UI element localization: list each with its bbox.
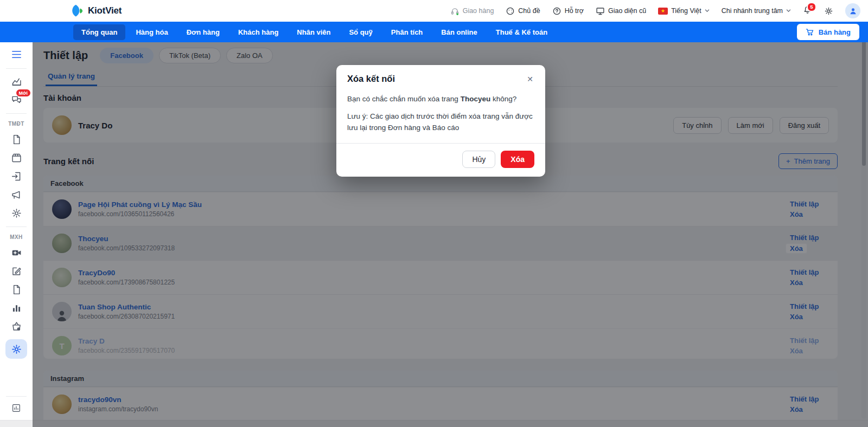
monitor-icon: [596, 7, 605, 16]
import-icon: [11, 171, 22, 182]
confirm-delete-button[interactable]: Xóa: [501, 151, 534, 168]
notifications-button[interactable]: 5: [803, 5, 812, 17]
menu-toggle-button[interactable]: [10, 48, 23, 61]
modal-title: Xóa kết nối: [347, 74, 395, 84]
old-interface-label: Giao diện cũ: [608, 7, 646, 15]
sell-button-label: Bán hàng: [819, 28, 851, 36]
sidebar-item-mxh-reports[interactable]: [11, 302, 22, 314]
support-label: Hỗ trợ: [565, 7, 584, 15]
sidebar-item-chat[interactable]: Mới: [11, 94, 22, 106]
divider: [6, 227, 27, 227]
delivery-label: Giao hàng: [463, 7, 494, 15]
sidebar-item-mxh-shop[interactable]: [11, 321, 22, 332]
theme-menu-item[interactable]: Chủ đề: [506, 7, 540, 16]
megaphone-icon: [11, 189, 22, 200]
sidebar-item-mxh-livestream[interactable]: [11, 247, 22, 258]
cart-icon: [806, 28, 814, 36]
old-interface-menu-item[interactable]: Giao diện cũ: [596, 7, 646, 16]
section-label-mxh: MXH: [10, 234, 22, 240]
kiotviet-logo-icon: [71, 4, 85, 18]
page-name-bold: Thocyeu: [461, 95, 491, 103]
sell-button[interactable]: Bán hàng: [797, 24, 859, 40]
nav-tong-quan[interactable]: Tổng quan: [73, 24, 125, 40]
sidebar-item-tmdt-marketing[interactable]: [11, 189, 22, 200]
sidebar-item-tmdt-sync[interactable]: [11, 171, 22, 182]
nav-hang-hoa[interactable]: Hàng hóa: [127, 24, 176, 40]
sidebar-item-report-box[interactable]: [11, 403, 21, 413]
palette-icon: [506, 7, 515, 16]
vietnam-flag-icon: ★: [658, 8, 668, 15]
nav-khach-hang[interactable]: Khách hàng: [230, 24, 286, 40]
chevron-down-icon: [786, 9, 791, 12]
document-icon: [11, 284, 22, 295]
language-selector[interactable]: ★ Tiếng Việt: [658, 7, 710, 15]
theme-label: Chủ đề: [518, 7, 540, 15]
bar-chart-icon: [11, 302, 22, 314]
icon-sidebar: Mới TMĐT MXH: [0, 42, 33, 427]
section-label-tmdt: TMĐT: [8, 121, 24, 127]
edit-icon: [11, 266, 22, 277]
sidebar-item-tmdt-orders[interactable]: [11, 134, 22, 145]
sidebar-item-mxh-settings-active[interactable]: [5, 339, 27, 359]
close-icon[interactable]: ✕: [526, 74, 534, 84]
branch-selector[interactable]: Chi nhánh trung tâm: [722, 7, 791, 15]
delivery-menu-item[interactable]: Giao hàng: [450, 7, 494, 16]
top-header: KiotViet Giao hàng Chủ đề: [0, 0, 868, 22]
gear-icon: [11, 208, 22, 219]
settings-gear-icon[interactable]: [824, 7, 833, 16]
kiotviet-logo: KiotViet: [71, 4, 122, 18]
chevron-down-icon: [705, 9, 710, 12]
basket-gear-icon: [11, 321, 22, 332]
gear-icon: [11, 344, 22, 355]
package-icon: [11, 152, 22, 164]
language-label: Tiếng Việt: [671, 7, 701, 15]
nav-don-hang[interactable]: Đơn hàng: [178, 24, 228, 40]
sidebar-item-tmdt-products[interactable]: [11, 152, 22, 164]
new-badge: Mới: [16, 89, 30, 96]
video-camera-icon: [11, 247, 22, 258]
nav-phan-tich[interactable]: Phân tích: [383, 24, 431, 40]
nav-thue-ke-toan[interactable]: Thuế & Kế toán: [488, 24, 556, 40]
area-chart-icon: [11, 76, 22, 87]
sidebar-item-mxh-orders[interactable]: [11, 284, 22, 295]
notification-count-badge: 5: [807, 2, 816, 12]
headset-icon: [450, 7, 459, 16]
user-icon: [848, 7, 858, 16]
user-account-button[interactable]: [845, 3, 860, 18]
main-navbar: Tổng quan Hàng hóa Đơn hàng Khách hàng N…: [0, 22, 868, 42]
help-bubble-icon: [552, 7, 561, 16]
document-icon: [11, 134, 22, 145]
support-menu-item[interactable]: Hỗ trợ: [552, 7, 584, 16]
confirm-question: Bạn có chắc chắn muốn xóa trang Thocyeu …: [347, 94, 534, 105]
sidebar-item-mxh-posts[interactable]: [11, 266, 22, 277]
sidebar-item-tmdt-settings[interactable]: [11, 208, 22, 219]
branch-label: Chi nhánh trung tâm: [722, 7, 783, 15]
delete-note: Lưu ý: Các giao dịch trước thời điểm xóa…: [347, 111, 534, 133]
sidebar-item-dashboard[interactable]: [11, 76, 22, 87]
divider: [6, 396, 27, 397]
nav-nhan-vien[interactable]: Nhân viên: [289, 24, 339, 40]
report-icon: [11, 403, 21, 413]
divider: [6, 68, 27, 69]
nav-ban-online[interactable]: Bán online: [433, 24, 485, 40]
logo-text: KiotViet: [88, 5, 122, 16]
delete-connection-modal: Xóa kết nối ✕ Bạn có chắc chắn muốn xóa …: [336, 65, 545, 177]
divider: [6, 113, 27, 114]
hamburger-icon: [10, 48, 23, 61]
nav-so-quy[interactable]: Sổ quỹ: [341, 24, 380, 40]
cancel-button[interactable]: Hủy: [462, 151, 495, 168]
